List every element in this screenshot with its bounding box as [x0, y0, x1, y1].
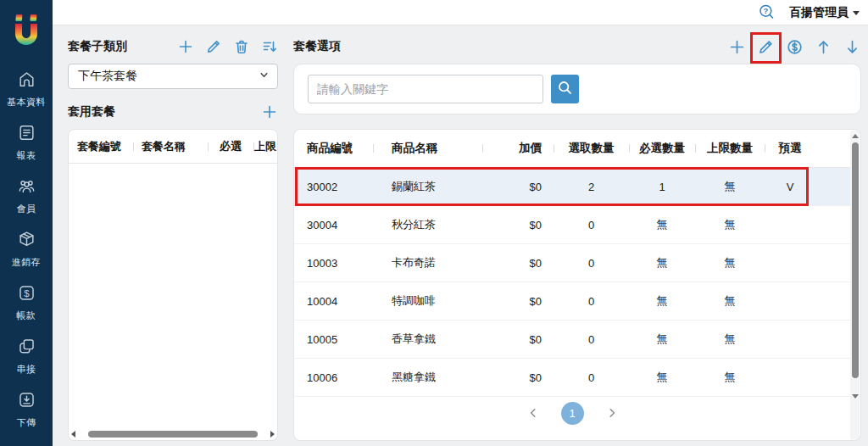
next-page-button[interactable]: [606, 407, 618, 419]
cell-name: 香草拿鐵: [373, 332, 482, 347]
report-icon: [17, 123, 36, 146]
sidebar-item-download[interactable]: 下傳: [0, 390, 53, 429]
members-icon: [17, 176, 36, 199]
add-applied-meal-button[interactable]: [261, 103, 278, 120]
sidebar-item-reports[interactable]: 報表: [0, 123, 53, 162]
move-down-button[interactable]: [843, 38, 861, 56]
cell-required-qty: 無: [629, 370, 695, 385]
scrollbar-thumb[interactable]: [88, 431, 258, 438]
edit-subcategory-button[interactable]: [205, 38, 222, 55]
column-header: 套餐編號: [69, 139, 133, 154]
scroll-down-arrow[interactable]: [852, 394, 859, 399]
add-subcategory-button[interactable]: [177, 38, 194, 55]
cell-code: 30004: [294, 219, 373, 231]
cell-required-qty: 無: [629, 255, 695, 270]
chevron-down-icon: [259, 70, 270, 83]
cell-name: 特調咖啡: [373, 293, 482, 309]
table-row[interactable]: 30002 錫蘭紅茶 $0 2 1 無 V: [294, 168, 850, 206]
cell-price: $0: [482, 295, 554, 308]
column-header: 預選: [765, 141, 815, 156]
chevron-down-icon: [853, 11, 860, 15]
cell-limit-qty: 無: [695, 332, 765, 347]
column-header: 上限: [253, 139, 277, 154]
cell-code: 30002: [294, 181, 373, 193]
sidebar-item-basic-data[interactable]: 基本資料: [0, 70, 53, 109]
svg-text:?: ?: [763, 6, 768, 15]
cell-price: $0: [482, 371, 554, 384]
cell-required-qty: 無: [629, 332, 695, 347]
vertical-scrollbar[interactable]: [850, 131, 860, 439]
sidebar-item-integration[interactable]: 串接: [0, 337, 53, 376]
cell-code: 10005: [294, 333, 373, 346]
cell-code: 10004: [294, 295, 373, 308]
brand-logo: [10, 14, 42, 51]
cell-code: 10006: [294, 371, 373, 384]
table-row[interactable]: 10005 香草拿鐵 $0 0 無 無: [294, 321, 850, 359]
user-name: 百揚管理員: [789, 5, 849, 20]
cell-name: 秋分紅茶: [373, 217, 482, 232]
table-row[interactable]: 10006 黑糖拿鐵 $0 0 無 無: [294, 359, 850, 397]
accounts-icon: $: [17, 283, 36, 306]
search-card: [293, 64, 861, 114]
cell-name: 黑糖拿鐵: [373, 370, 482, 385]
sidebar-item-label: 串接: [17, 363, 36, 376]
subcategory-selected-value: 下午茶套餐: [78, 69, 137, 84]
scrollbar-thumb[interactable]: [852, 142, 859, 378]
cell-limit-qty: 無: [695, 179, 765, 194]
cell-required-qty: 無: [629, 217, 695, 232]
help-search-icon[interactable]: ?: [758, 3, 776, 21]
sidebar-item-label: 報表: [17, 149, 36, 162]
cell-limit-qty: 無: [695, 255, 765, 270]
options-title: 套餐選項: [293, 39, 341, 54]
meal-options-panel: 套餐選項: [293, 37, 861, 441]
user-menu[interactable]: 百揚管理員: [789, 5, 860, 20]
sort-button[interactable]: [261, 38, 278, 55]
subcategory-title: 套餐子類別: [68, 39, 127, 54]
pagination: 1: [294, 397, 850, 429]
scroll-up-arrow[interactable]: [852, 134, 859, 138]
cell-pick-qty: 0: [554, 333, 629, 346]
sidebar-item-members[interactable]: 會員: [0, 176, 53, 215]
applied-table-header: 套餐編號 套餐名稱 必選 上限: [69, 130, 277, 164]
meal-subcategory-panel: 套餐子類別: [68, 37, 278, 441]
cell-required-qty: 無: [629, 293, 695, 309]
delete-subcategory-button[interactable]: [233, 38, 250, 55]
applied-table-body-empty: [69, 164, 277, 427]
page-number-button[interactable]: 1: [561, 402, 584, 425]
table-row[interactable]: 10004 特調咖啡 $0 0 無 無: [294, 282, 850, 321]
main-area: ? 百揚管理員 套餐子類別: [53, 0, 868, 446]
cell-preselect: V: [765, 181, 815, 193]
search-button[interactable]: [551, 75, 579, 103]
scroll-left-arrow[interactable]: [71, 431, 75, 438]
app-window: 基本資料 報表 會員 進銷存 $ 帳款: [0, 0, 868, 446]
inventory-icon: [17, 230, 36, 253]
subcategory-select[interactable]: 下午茶套餐: [68, 64, 278, 89]
sidebar-item-label: 進銷存: [12, 256, 42, 269]
cell-price: $0: [482, 333, 554, 346]
column-header: 商品名稱: [373, 141, 482, 156]
cell-price: $0: [482, 257, 554, 270]
table-row[interactable]: 30004 秋分紅茶 $0 0 無 無: [294, 206, 850, 244]
sidebar-item-inventory[interactable]: 進銷存: [0, 230, 53, 269]
cell-pick-qty: 0: [554, 257, 629, 270]
scroll-right-arrow[interactable]: [270, 431, 275, 438]
cell-price: $0: [482, 219, 554, 231]
table-row[interactable]: 10003 卡布奇諾 $0 0 無 無: [294, 244, 850, 282]
search-input[interactable]: [308, 75, 543, 103]
options-table-header: 商品編號 商品名稱 加價 選取數量 必選數量 上限數量 預選: [294, 130, 850, 168]
column-header: 商品編號: [294, 141, 373, 156]
cell-pick-qty: 0: [554, 219, 629, 231]
cell-name: 錫蘭紅茶: [373, 179, 482, 194]
price-option-button[interactable]: [786, 38, 804, 56]
prev-page-button[interactable]: [527, 407, 539, 419]
applied-meals-table: 套餐編號 套餐名稱 必選 上限: [68, 129, 278, 441]
column-header: 必選: [208, 139, 253, 154]
link-icon: [17, 337, 36, 360]
edit-option-button[interactable]: [757, 38, 775, 56]
search-icon: [557, 80, 573, 98]
add-option-button[interactable]: [728, 38, 746, 56]
horizontal-scrollbar[interactable]: [69, 427, 277, 440]
cell-name: 卡布奇諾: [373, 255, 482, 270]
move-up-button[interactable]: [815, 38, 832, 56]
sidebar-item-accounts[interactable]: $ 帳款: [0, 283, 53, 322]
